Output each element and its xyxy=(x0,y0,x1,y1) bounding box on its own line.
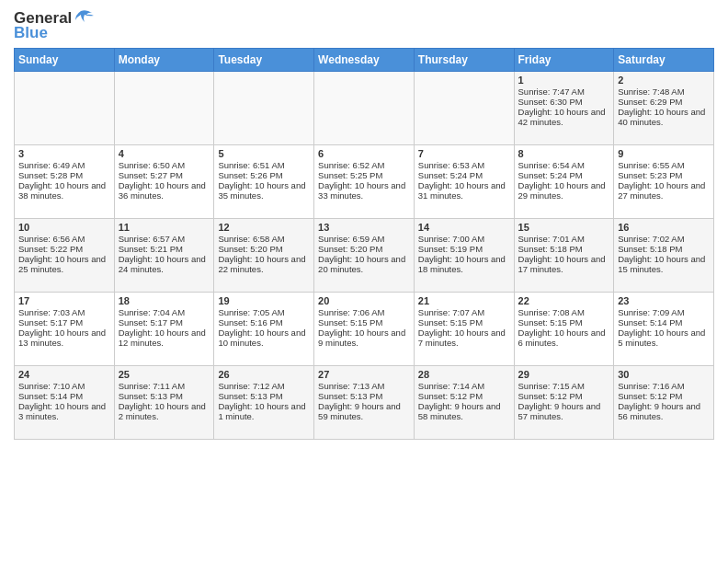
day-info: Sunrise: 7:01 AM xyxy=(518,234,610,244)
day-info: Sunset: 5:13 PM xyxy=(318,391,410,401)
day-info: Sunset: 6:30 PM xyxy=(518,97,610,107)
day-info: Daylight: 10 hours and 40 minutes. xyxy=(618,107,710,127)
day-cell-22: 22Sunrise: 7:08 AMSunset: 5:15 PMDayligh… xyxy=(514,293,614,366)
day-info: Daylight: 10 hours and 42 minutes. xyxy=(518,107,610,127)
day-info: Sunrise: 7:11 AM xyxy=(119,381,210,391)
day-number: 13 xyxy=(318,222,410,233)
day-info: Sunset: 5:13 PM xyxy=(119,391,210,401)
day-info: Sunrise: 6:50 AM xyxy=(119,160,210,170)
day-cell-23: 23Sunrise: 7:09 AMSunset: 5:14 PMDayligh… xyxy=(614,293,714,366)
logo: General Blue xyxy=(14,9,94,42)
day-number: 11 xyxy=(119,222,210,233)
day-info: Sunset: 5:19 PM xyxy=(418,244,510,254)
day-number: 8 xyxy=(518,148,610,159)
day-info: Sunrise: 6:54 AM xyxy=(518,160,610,170)
page-container: General Blue SundayMondayTuesdayWednesda… xyxy=(0,0,728,447)
day-number: 30 xyxy=(618,369,710,380)
header: General Blue xyxy=(14,9,714,42)
day-info: Sunset: 5:14 PM xyxy=(18,391,110,401)
day-number: 25 xyxy=(119,369,210,380)
day-cell-6: 6Sunrise: 6:52 AMSunset: 5:25 PMDaylight… xyxy=(314,145,415,219)
day-info: Daylight: 10 hours and 35 minutes. xyxy=(218,180,310,201)
logo-blue-text: Blue xyxy=(14,24,48,42)
day-number: 24 xyxy=(18,369,110,380)
day-number: 23 xyxy=(618,295,710,306)
day-number: 14 xyxy=(418,222,510,233)
day-info: Sunset: 5:24 PM xyxy=(518,170,610,180)
day-cell-24: 24Sunrise: 7:10 AMSunset: 5:14 PMDayligh… xyxy=(15,366,115,440)
day-info: Sunset: 5:16 PM xyxy=(218,317,310,327)
weekday-header-friday: Friday xyxy=(514,49,614,72)
day-number: 4 xyxy=(119,148,210,159)
day-info: Sunset: 5:18 PM xyxy=(518,244,610,254)
day-info: Sunrise: 7:48 AM xyxy=(618,86,710,97)
day-info: Daylight: 10 hours and 12 minutes. xyxy=(119,327,210,348)
day-cell-9: 9Sunrise: 6:55 AMSunset: 5:23 PMDaylight… xyxy=(614,145,714,219)
day-info: Sunrise: 6:55 AM xyxy=(618,160,710,170)
day-info: Sunset: 5:20 PM xyxy=(218,244,310,254)
day-info: Sunset: 5:26 PM xyxy=(218,170,310,180)
day-cell-8: 8Sunrise: 6:54 AMSunset: 5:24 PMDaylight… xyxy=(514,145,614,219)
day-info: Sunset: 5:12 PM xyxy=(518,391,610,401)
day-info: Daylight: 10 hours and 10 minutes. xyxy=(218,327,310,348)
day-info: Sunrise: 7:16 AM xyxy=(618,381,710,391)
day-info: Daylight: 10 hours and 25 minutes. xyxy=(18,254,110,274)
day-info: Sunset: 5:23 PM xyxy=(618,170,710,180)
day-number: 2 xyxy=(618,75,710,86)
day-info: Daylight: 10 hours and 5 minutes. xyxy=(618,327,710,348)
day-number: 21 xyxy=(418,295,510,306)
day-info: Sunset: 5:25 PM xyxy=(318,170,410,180)
day-info: Sunrise: 7:09 AM xyxy=(618,307,710,317)
empty-cell xyxy=(314,72,415,145)
day-cell-11: 11Sunrise: 6:57 AMSunset: 5:21 PMDayligh… xyxy=(114,219,214,293)
day-info: Daylight: 10 hours and 38 minutes. xyxy=(18,180,110,201)
day-number: 1 xyxy=(518,75,610,86)
day-cell-10: 10Sunrise: 6:56 AMSunset: 5:22 PMDayligh… xyxy=(15,219,115,293)
day-number: 28 xyxy=(418,369,510,380)
day-cell-16: 16Sunrise: 7:02 AMSunset: 5:18 PMDayligh… xyxy=(614,219,714,293)
day-info: Daylight: 10 hours and 7 minutes. xyxy=(418,327,510,348)
day-cell-14: 14Sunrise: 7:00 AMSunset: 5:19 PMDayligh… xyxy=(414,219,514,293)
day-info: Daylight: 10 hours and 2 minutes. xyxy=(119,401,210,421)
day-cell-15: 15Sunrise: 7:01 AMSunset: 5:18 PMDayligh… xyxy=(514,219,614,293)
day-cell-1: 1Sunrise: 7:47 AMSunset: 6:30 PMDaylight… xyxy=(514,72,614,145)
day-info: Sunset: 5:17 PM xyxy=(18,317,110,327)
day-info: Daylight: 10 hours and 36 minutes. xyxy=(119,180,210,201)
day-info: Sunset: 5:24 PM xyxy=(418,170,510,180)
day-info: Sunrise: 7:05 AM xyxy=(218,307,310,317)
day-info: Sunrise: 7:13 AM xyxy=(318,381,410,391)
day-info: Sunrise: 6:56 AM xyxy=(18,234,110,244)
day-cell-29: 29Sunrise: 7:15 AMSunset: 5:12 PMDayligh… xyxy=(514,366,614,440)
day-info: Sunrise: 7:07 AM xyxy=(418,307,510,317)
day-info: Sunset: 5:15 PM xyxy=(518,317,610,327)
day-info: Sunset: 5:21 PM xyxy=(119,244,210,254)
day-info: Daylight: 10 hours and 9 minutes. xyxy=(318,327,410,348)
empty-cell xyxy=(414,72,514,145)
day-cell-17: 17Sunrise: 7:03 AMSunset: 5:17 PMDayligh… xyxy=(15,293,115,366)
day-info: Sunrise: 6:58 AM xyxy=(218,234,310,244)
day-info: Sunrise: 6:53 AM xyxy=(418,160,510,170)
day-number: 18 xyxy=(119,295,210,306)
day-info: Sunrise: 7:14 AM xyxy=(418,381,510,391)
day-info: Daylight: 10 hours and 29 minutes. xyxy=(518,180,610,201)
day-info: Sunset: 5:22 PM xyxy=(18,244,110,254)
day-cell-28: 28Sunrise: 7:14 AMSunset: 5:12 PMDayligh… xyxy=(414,366,514,440)
day-info: Sunrise: 6:51 AM xyxy=(218,160,310,170)
day-number: 16 xyxy=(618,222,710,233)
weekday-header-monday: Monday xyxy=(114,49,214,72)
day-cell-18: 18Sunrise: 7:04 AMSunset: 5:17 PMDayligh… xyxy=(114,293,214,366)
day-cell-5: 5Sunrise: 6:51 AMSunset: 5:26 PMDaylight… xyxy=(214,145,314,219)
empty-cell xyxy=(214,72,314,145)
day-info: Sunrise: 7:03 AM xyxy=(18,307,110,317)
day-info: Daylight: 10 hours and 33 minutes. xyxy=(318,180,410,201)
day-info: Sunrise: 6:57 AM xyxy=(119,234,210,244)
weekday-header-row: SundayMondayTuesdayWednesdayThursdayFrid… xyxy=(15,49,714,72)
weekday-header-thursday: Thursday xyxy=(414,49,514,72)
day-info: Daylight: 10 hours and 22 minutes. xyxy=(218,254,310,274)
day-number: 19 xyxy=(218,295,310,306)
calendar-table: SundayMondayTuesdayWednesdayThursdayFrid… xyxy=(14,48,714,440)
day-number: 17 xyxy=(18,295,110,306)
day-info: Sunset: 5:28 PM xyxy=(18,170,110,180)
weekday-header-wednesday: Wednesday xyxy=(314,49,415,72)
day-info: Daylight: 10 hours and 31 minutes. xyxy=(418,180,510,201)
